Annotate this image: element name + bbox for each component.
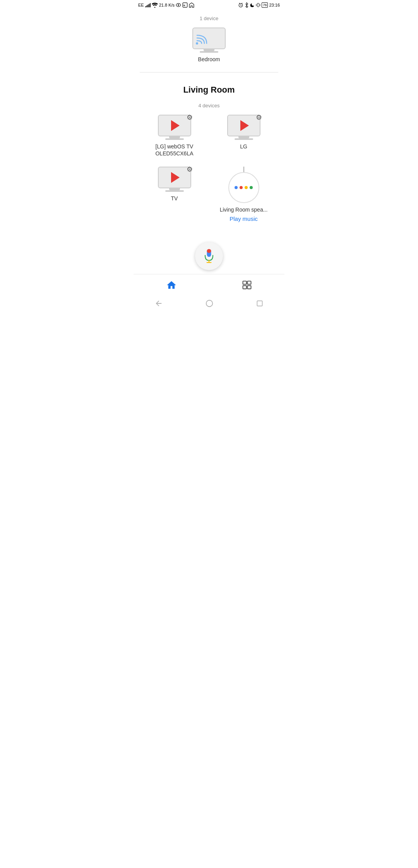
- carrier-label: EE: [138, 3, 144, 7]
- status-bar: EE 21.8 K/s N: [134, 0, 284, 9]
- battery-level: 76: [263, 3, 267, 7]
- tv-icon-wrapper: ⚙: [158, 167, 191, 192]
- svg-line-6: [241, 5, 242, 6]
- living-room-title: Living Room: [134, 79, 284, 96]
- svg-rect-9: [257, 3, 259, 7]
- recent-icon: [256, 300, 264, 307]
- lg-webos-tv-icon-wrapper: ⚙: [158, 115, 191, 140]
- menu-nav-icon: [242, 280, 252, 291]
- tv-name: TV: [171, 195, 178, 202]
- speaker-dots: [235, 186, 253, 189]
- speaker-name: Living Room spea...: [220, 206, 268, 213]
- living-room-devices-count: 4 devices: [134, 96, 284, 112]
- network-speed: 21.8 K/s: [159, 3, 175, 7]
- mic-button[interactable]: [195, 242, 223, 270]
- svg-line-7: [239, 3, 240, 4]
- svg-rect-17: [243, 281, 246, 284]
- bluetooth-icon: [245, 2, 248, 8]
- android-nav-bar: [134, 294, 284, 315]
- location-icon: [189, 2, 194, 8]
- bedroom-devices-count: 1 device: [134, 9, 284, 24]
- play-music-link[interactable]: Play music: [230, 215, 258, 222]
- home-nav-button[interactable]: [166, 280, 177, 291]
- android-back-button[interactable]: [154, 299, 163, 309]
- play-icon: [171, 120, 180, 131]
- bedroom-device[interactable]: Bedroom: [180, 28, 238, 63]
- speaker-icon-wrapper: [228, 167, 259, 203]
- svg-line-8: [242, 3, 243, 4]
- signal-bars: [145, 3, 151, 7]
- android-home-icon: [205, 299, 214, 308]
- svg-rect-20: [247, 286, 251, 289]
- bedroom-device-grid: Bedroom: [134, 24, 284, 66]
- dot-green: [250, 186, 253, 189]
- dot-yellow: [245, 186, 248, 189]
- speaker-circle: [228, 172, 259, 203]
- dot-red: [240, 186, 243, 189]
- section-divider: [140, 72, 278, 72]
- status-left: EE 21.8 K/s N: [138, 2, 194, 8]
- play-icon-lg: [240, 120, 249, 131]
- main-content: 1 device: [134, 9, 284, 315]
- mic-container: [134, 231, 284, 274]
- mic-icon: [203, 248, 215, 264]
- settings-gear-icon[interactable]: ⚙: [187, 113, 193, 122]
- alarm-icon: [238, 2, 243, 8]
- android-recent-button[interactable]: [256, 300, 264, 309]
- nfc-icon: N: [182, 2, 188, 8]
- living-room-speaker-device[interactable]: Living Room spea... Play music: [213, 167, 275, 222]
- svg-rect-22: [257, 301, 262, 306]
- bedroom-device-icon-wrapper: [192, 28, 226, 53]
- bedroom-device-name: Bedroom: [198, 56, 220, 63]
- bottom-nav: [134, 274, 284, 294]
- battery-icon: 76: [262, 2, 268, 8]
- lg-tv-device[interactable]: ⚙ LG: [213, 115, 275, 157]
- svg-rect-18: [247, 281, 251, 284]
- svg-point-21: [206, 300, 213, 307]
- vibrate-icon: [256, 2, 260, 8]
- lg-webos-tv-icon: ⚙: [158, 115, 191, 140]
- cast-waves-icon: [196, 33, 207, 46]
- play-icon-tv: [171, 172, 180, 183]
- lg-tv-name: LG: [240, 143, 247, 150]
- svg-text:N: N: [183, 4, 185, 7]
- eye-icon: [176, 3, 181, 7]
- menu-nav-button[interactable]: [242, 280, 252, 291]
- wifi-icon: [152, 2, 158, 8]
- chromecast-tv-icon: [192, 28, 226, 53]
- home-nav-icon: [166, 280, 177, 291]
- android-home-button[interactable]: [205, 299, 214, 309]
- settings-gear-icon-lg[interactable]: ⚙: [256, 113, 262, 122]
- time-display: 23:16: [269, 3, 280, 7]
- svg-point-1: [178, 4, 179, 6]
- settings-gear-icon-tv[interactable]: ⚙: [187, 165, 193, 174]
- svg-rect-19: [243, 286, 246, 289]
- dot-blue: [235, 186, 238, 189]
- svg-point-12: [196, 42, 198, 45]
- svg-rect-14: [207, 249, 211, 253]
- lg-tv-icon-wrapper: ⚙: [227, 115, 260, 140]
- living-room-device-grid: ⚙ [LG] webOS TVOLED55CX6LA ⚙ LG: [134, 112, 284, 231]
- lg-webos-tv-device[interactable]: ⚙ [LG] webOS TVOLED55CX6LA: [144, 115, 206, 157]
- tv-icon: ⚙: [158, 167, 191, 192]
- speaker-visual: [228, 167, 259, 203]
- moon-icon: [250, 3, 255, 8]
- status-right: 76 23:16: [238, 2, 280, 8]
- tv-device[interactable]: ⚙ TV: [144, 167, 206, 222]
- back-icon: [154, 299, 163, 308]
- lg-webos-tv-name: [LG] webOS TVOLED55CX6LA: [155, 143, 193, 157]
- lg-tv-icon: ⚙: [227, 115, 260, 140]
